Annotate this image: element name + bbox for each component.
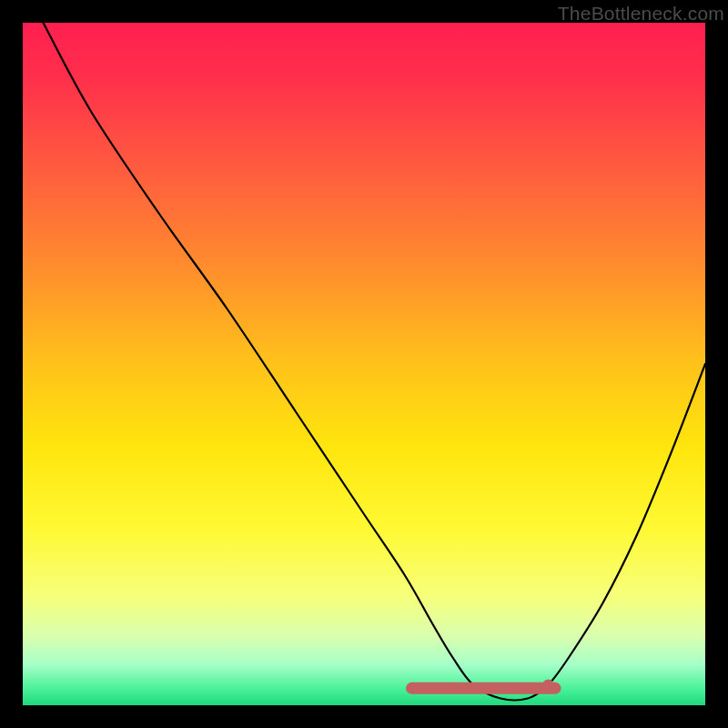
optimal-point-marker — [543, 680, 554, 691]
attribution-watermark: TheBottleneck.com — [558, 3, 724, 25]
bottleneck-chart — [23, 23, 705, 705]
